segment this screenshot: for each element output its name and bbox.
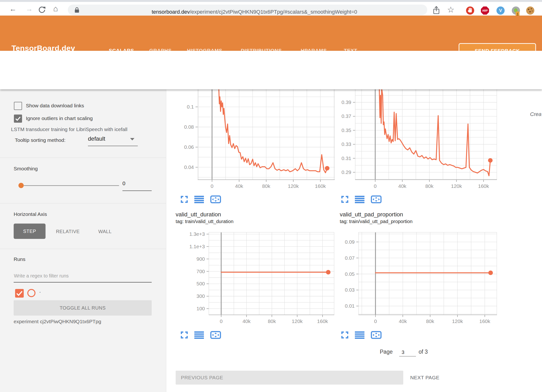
- tensorboard-window: ← → ⌂ tensorboard.dev/experiment/cj2vtPi…: [0, 0, 542, 392]
- show-download-links-checkbox[interactable]: [14, 102, 22, 110]
- cookie-extension-icon[interactable]: [526, 6, 534, 15]
- fit-domain-icon[interactable]: [371, 331, 382, 339]
- back-icon[interactable]: ←: [9, 5, 17, 13]
- chart-toolbar: [180, 331, 221, 339]
- fullscreen-icon[interactable]: [341, 196, 349, 203]
- svg-text:0: 0: [220, 318, 223, 324]
- smoothing-slider-track[interactable]: [24, 185, 119, 186]
- ignore-outliers-checkbox[interactable]: [14, 115, 22, 123]
- horizontal-axis-label: Horizontal Axis: [14, 211, 47, 217]
- forward-icon[interactable]: →: [26, 5, 33, 13]
- svg-text:80k: 80k: [426, 318, 434, 324]
- svg-text:0.08: 0.08: [184, 124, 194, 130]
- url-text[interactable]: tensorboard.dev/experiment/cj2vtPiwQHKN9…: [152, 9, 357, 15]
- abp-extension-icon[interactable]: ABP: [481, 6, 489, 15]
- next-page-button[interactable]: NEXT PAGE: [410, 371, 439, 385]
- data-table-icon[interactable]: [194, 331, 204, 339]
- svg-text:500: 500: [196, 281, 205, 286]
- page-of-label: of 3: [419, 349, 428, 355]
- scalar-chart-plot[interactable]: 040k80k120k160k0.010.030.050.070.09: [336, 232, 497, 326]
- smoothing-slider-thumb[interactable]: [18, 183, 24, 188]
- experiment-description: LSTM transducer training for LibriSpeech…: [11, 127, 127, 132]
- data-table-icon[interactable]: [194, 196, 204, 203]
- toggle-all-runs-button[interactable]: TOGGLE ALL RUNS: [14, 300, 152, 316]
- svg-text:0.09: 0.09: [345, 239, 355, 245]
- divider: [0, 249, 166, 249]
- data-table-icon[interactable]: [354, 196, 365, 203]
- svg-text:40k: 40k: [398, 183, 406, 189]
- page-label: Page: [380, 349, 393, 355]
- svg-text:0.33: 0.33: [341, 141, 351, 147]
- bookmark-star-icon[interactable]: ☆: [447, 5, 454, 14]
- chart-toolbar: [180, 195, 221, 203]
- chart-title-valid-utt-duration: valid_utt_duration: [176, 211, 221, 218]
- run-visibility-checkbox[interactable]: [15, 289, 24, 298]
- svg-text:100: 100: [196, 306, 205, 311]
- svg-text:120k: 120k: [288, 183, 299, 189]
- url-domain: tensorboard.dev: [152, 9, 190, 15]
- tooltip-sorting-select[interactable]: default: [88, 135, 105, 142]
- chart-title-valid-utt-pad-proportion: valid_utt_pad_proportion: [340, 211, 403, 218]
- chevron-down-icon[interactable]: [130, 138, 134, 140]
- scalar-chart-plot[interactable]: 040k80k120k160k0.040.060.080.1: [175, 89, 335, 191]
- svg-text:900: 900: [196, 256, 205, 262]
- fullscreen-icon[interactable]: [180, 196, 188, 203]
- axis-wall-button[interactable]: WALL: [95, 229, 115, 234]
- v-extension-icon[interactable]: V: [496, 6, 505, 15]
- smoothing-label: Smoothing: [14, 166, 38, 172]
- fit-domain-icon[interactable]: [210, 195, 221, 203]
- run-color-swatch[interactable]: [27, 289, 35, 297]
- reload-icon[interactable]: [38, 6, 46, 14]
- scalar-chart-plot[interactable]: 040k80k120k160k1003005007009001.1e+31.3e…: [186, 232, 334, 326]
- runs-label: Runs: [14, 256, 25, 262]
- run-name: .: [39, 288, 41, 294]
- green-dot-extension-icon[interactable]: 1: [512, 6, 520, 15]
- svg-text:0.04: 0.04: [184, 164, 194, 170]
- runs-filter-input[interactable]: Write a regex to filter runs: [14, 273, 69, 279]
- axis-step-button[interactable]: STEP: [14, 224, 46, 239]
- experiment-subheader: Crea LSTM transducer training for LibriS…: [0, 51, 542, 89]
- svg-text:1.1e+3: 1.1e+3: [189, 244, 205, 249]
- svg-text:40k: 40k: [399, 318, 407, 324]
- share-icon[interactable]: [432, 6, 440, 15]
- smoothing-value[interactable]: 0: [122, 180, 125, 187]
- chart-toolbar: [341, 331, 382, 339]
- svg-text:160k: 160k: [317, 318, 328, 324]
- axis-relative-button[interactable]: RELATIVE: [51, 229, 85, 234]
- data-table-icon[interactable]: [354, 331, 365, 339]
- svg-text:0.29: 0.29: [341, 169, 351, 175]
- svg-text:0.06: 0.06: [184, 144, 194, 150]
- page-number-input[interactable]: [399, 349, 416, 357]
- svg-text:160k: 160k: [315, 183, 326, 189]
- fit-domain-icon[interactable]: [371, 195, 382, 203]
- svg-text:0.05: 0.05: [345, 271, 355, 277]
- home-icon[interactable]: ⌂: [53, 5, 58, 13]
- fullscreen-icon[interactable]: [180, 331, 188, 339]
- ignore-outliers-label: Ignore outliers in chart scaling: [26, 115, 93, 121]
- svg-text:0.03: 0.03: [345, 287, 355, 293]
- select-underline: [88, 146, 138, 146]
- fit-domain-icon[interactable]: [210, 331, 221, 339]
- chart-tag-valid-utt-duration: tag: train/valid_utt_duration: [176, 219, 233, 224]
- checkmark-icon: [14, 115, 22, 122]
- svg-text:120k: 120k: [452, 318, 463, 324]
- svg-text:120k: 120k: [451, 183, 462, 189]
- lock-icon: [74, 7, 80, 13]
- fullscreen-icon[interactable]: [341, 331, 349, 339]
- svg-text:80k: 80k: [262, 183, 270, 189]
- previous-page-button[interactable]: PREVIOUS PAGE: [176, 371, 403, 385]
- app-header: TensorBoard.dev SCALARS GRAPHS HISTOGRAM…: [0, 16, 542, 51]
- scalar-chart-plot[interactable]: 040k80k120k160k0.290.310.330.350.370.39: [332, 89, 497, 191]
- svg-text:0.07: 0.07: [345, 255, 355, 261]
- url-bar[interactable]: tensorboard.dev/experiment/cj2vtPiwQHKN9…: [68, 5, 427, 15]
- tooltip-sorting-label: Tooltip sorting method:: [15, 137, 65, 143]
- experiment-caption: experiment cj2vtPiwQHKN9Q1tx6PTpg: [14, 319, 101, 324]
- stop-hand-extension-icon[interactable]: [466, 6, 474, 15]
- svg-text:160k: 160k: [478, 183, 489, 189]
- svg-text:40k: 40k: [242, 318, 251, 324]
- divider: [0, 158, 166, 158]
- svg-text:300: 300: [196, 293, 205, 299]
- svg-text:0.39: 0.39: [341, 99, 351, 105]
- svg-text:0.1: 0.1: [187, 104, 194, 110]
- settings-sidebar: Show data download links Ignore outliers…: [0, 89, 166, 392]
